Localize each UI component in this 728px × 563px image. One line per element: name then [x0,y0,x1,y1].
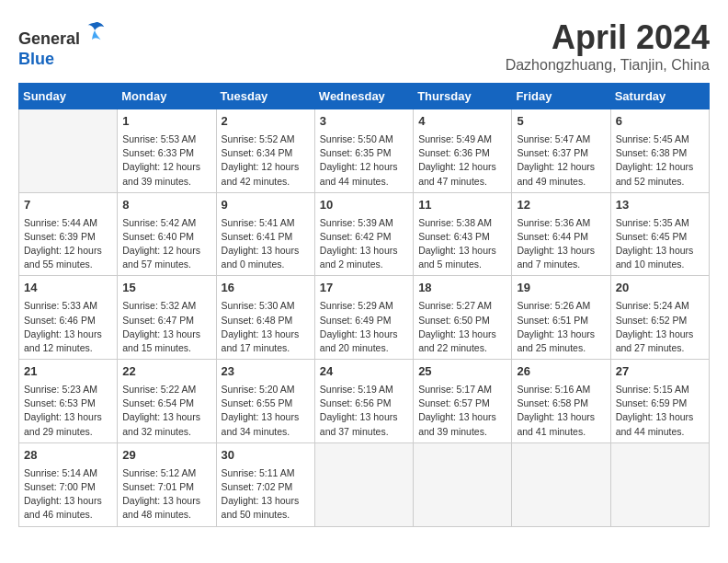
day-number: 24 [320,363,408,381]
day-number: 27 [616,363,704,381]
day-number: 13 [616,197,704,214]
calendar-cell [19,109,118,193]
day-number: 12 [517,197,605,214]
column-header-sunday: Sunday [19,84,118,109]
calendar-cell: 4Sunrise: 5:49 AMSunset: 6:36 PMDaylight… [414,109,512,193]
day-info: Sunrise: 5:29 AMSunset: 6:49 PMDaylight:… [320,299,408,355]
day-number: 15 [122,280,210,297]
day-info: Sunrise: 5:15 AMSunset: 6:59 PMDaylight:… [616,383,704,439]
location: Dazhongzhuang, Tianjin, China [506,57,710,74]
day-info: Sunrise: 5:47 AMSunset: 6:37 PMDaylight:… [517,132,605,189]
page-header: General Blue April 2024 Dazhongzhuang, T… [18,18,710,74]
day-info: Sunrise: 5:36 AMSunset: 6:44 PMDaylight:… [517,216,605,272]
day-info: Sunrise: 5:38 AMSunset: 6:43 PMDaylight:… [418,216,506,272]
day-number: 14 [24,280,112,297]
calendar-cell: 24Sunrise: 5:19 AMSunset: 6:56 PMDayligh… [314,360,413,443]
day-number: 1 [122,113,210,131]
day-number: 22 [122,363,210,381]
day-number: 26 [517,363,605,381]
day-info: Sunrise: 5:44 AMSunset: 6:39 PMDaylight:… [24,216,112,272]
column-header-friday: Friday [512,84,610,109]
calendar-cell: 17Sunrise: 5:29 AMSunset: 6:49 PMDayligh… [314,276,413,360]
calendar-cell: 18Sunrise: 5:27 AMSunset: 6:50 PMDayligh… [414,276,512,360]
day-number: 16 [222,280,310,297]
calendar-week-row: 21Sunrise: 5:23 AMSunset: 6:53 PMDayligh… [19,360,710,443]
day-info: Sunrise: 5:20 AMSunset: 6:55 PMDaylight:… [222,383,310,439]
column-header-monday: Monday [118,84,216,109]
day-info: Sunrise: 5:14 AMSunset: 7:00 PMDaylight:… [24,466,112,523]
title-section: April 2024 Dazhongzhuang, Tianjin, China [506,18,710,74]
calendar-cell: 29Sunrise: 5:12 AMSunset: 7:01 PMDayligh… [118,442,216,526]
day-info: Sunrise: 5:26 AMSunset: 6:51 PMDaylight:… [517,299,605,355]
calendar-cell: 27Sunrise: 5:15 AMSunset: 6:59 PMDayligh… [610,360,709,443]
day-info: Sunrise: 5:12 AMSunset: 7:01 PMDaylight:… [122,466,210,523]
calendar-cell: 26Sunrise: 5:16 AMSunset: 6:58 PMDayligh… [512,360,610,443]
calendar-cell: 3Sunrise: 5:50 AMSunset: 6:35 PMDaylight… [314,109,413,193]
day-info: Sunrise: 5:16 AMSunset: 6:58 PMDaylight:… [517,383,605,439]
day-number: 5 [517,113,605,131]
day-info: Sunrise: 5:35 AMSunset: 6:45 PMDaylight:… [616,216,704,272]
day-info: Sunrise: 5:23 AMSunset: 6:53 PMDaylight:… [24,383,112,439]
calendar-cell: 19Sunrise: 5:26 AMSunset: 6:51 PMDayligh… [512,276,610,360]
day-number: 4 [418,113,506,131]
calendar-cell [314,442,413,526]
day-info: Sunrise: 5:42 AMSunset: 6:40 PMDaylight:… [122,216,210,272]
day-info: Sunrise: 5:33 AMSunset: 6:46 PMDaylight:… [24,299,112,355]
day-info: Sunrise: 5:30 AMSunset: 6:48 PMDaylight:… [222,299,310,355]
day-number: 18 [418,280,506,297]
day-number: 3 [320,113,408,131]
calendar-week-row: 14Sunrise: 5:33 AMSunset: 6:46 PMDayligh… [19,276,710,360]
calendar-cell: 9Sunrise: 5:41 AMSunset: 6:41 PMDaylight… [216,192,314,276]
calendar-table: SundayMondayTuesdayWednesdayThursdayFrid… [18,83,710,527]
calendar-cell: 16Sunrise: 5:30 AMSunset: 6:48 PMDayligh… [216,276,314,360]
calendar-week-row: 7Sunrise: 5:44 AMSunset: 6:39 PMDaylight… [19,192,710,276]
calendar-cell: 1Sunrise: 5:53 AMSunset: 6:33 PMDaylight… [118,109,216,193]
day-number: 28 [24,447,112,465]
day-info: Sunrise: 5:27 AMSunset: 6:50 PMDaylight:… [418,299,506,355]
day-number: 6 [616,113,704,131]
column-header-thursday: Thursday [414,84,512,109]
day-number: 8 [122,197,210,214]
day-info: Sunrise: 5:41 AMSunset: 6:41 PMDaylight:… [222,216,310,272]
day-number: 20 [616,280,704,297]
day-number: 11 [418,197,506,214]
calendar-cell [512,442,610,526]
day-info: Sunrise: 5:19 AMSunset: 6:56 PMDaylight:… [320,383,408,439]
calendar-cell: 15Sunrise: 5:32 AMSunset: 6:47 PMDayligh… [118,276,216,360]
logo-bird-icon [82,18,108,44]
day-info: Sunrise: 5:45 AMSunset: 6:38 PMDaylight:… [616,132,704,189]
calendar-week-row: 1Sunrise: 5:53 AMSunset: 6:33 PMDaylight… [19,109,710,193]
calendar-cell: 30Sunrise: 5:11 AMSunset: 7:02 PMDayligh… [216,442,314,526]
calendar-header-row: SundayMondayTuesdayWednesdayThursdayFrid… [19,84,710,109]
day-number: 29 [122,447,210,465]
calendar-cell: 8Sunrise: 5:42 AMSunset: 6:40 PMDaylight… [118,192,216,276]
day-info: Sunrise: 5:22 AMSunset: 6:54 PMDaylight:… [122,383,210,439]
calendar-week-row: 28Sunrise: 5:14 AMSunset: 7:00 PMDayligh… [19,442,710,526]
day-number: 10 [320,197,408,214]
calendar-cell: 2Sunrise: 5:52 AMSunset: 6:34 PMDaylight… [216,109,314,193]
day-number: 2 [222,113,310,131]
logo-text: General Blue [18,18,108,69]
day-number: 25 [418,363,506,381]
calendar-cell [414,442,512,526]
calendar-cell [610,442,709,526]
day-number: 19 [517,280,605,297]
column-header-saturday: Saturday [610,84,709,109]
calendar-cell: 11Sunrise: 5:38 AMSunset: 6:43 PMDayligh… [414,192,512,276]
day-info: Sunrise: 5:24 AMSunset: 6:52 PMDaylight:… [616,299,704,355]
day-number: 30 [222,447,310,465]
calendar-cell: 23Sunrise: 5:20 AMSunset: 6:55 PMDayligh… [216,360,314,443]
calendar-cell: 25Sunrise: 5:17 AMSunset: 6:57 PMDayligh… [414,360,512,443]
day-number: 17 [320,280,408,297]
day-info: Sunrise: 5:50 AMSunset: 6:35 PMDaylight:… [320,132,408,189]
column-header-tuesday: Tuesday [216,84,314,109]
day-number: 21 [24,363,112,381]
day-info: Sunrise: 5:49 AMSunset: 6:36 PMDaylight:… [418,132,506,189]
calendar-cell: 14Sunrise: 5:33 AMSunset: 6:46 PMDayligh… [19,276,118,360]
calendar-cell: 5Sunrise: 5:47 AMSunset: 6:37 PMDaylight… [512,109,610,193]
calendar-cell: 12Sunrise: 5:36 AMSunset: 6:44 PMDayligh… [512,192,610,276]
day-number: 9 [222,197,310,214]
day-number: 23 [222,363,310,381]
calendar-cell: 6Sunrise: 5:45 AMSunset: 6:38 PMDaylight… [610,109,709,193]
day-info: Sunrise: 5:32 AMSunset: 6:47 PMDaylight:… [122,299,210,355]
